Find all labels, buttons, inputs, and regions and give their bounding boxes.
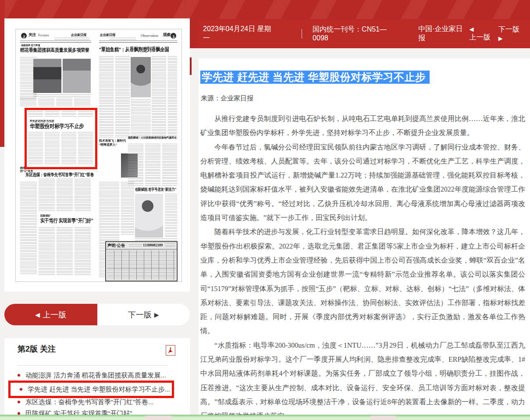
section-title: 第2版 关注	[18, 344, 56, 354]
section-name-en: Focuses	[38, 33, 49, 38]
thumb-headline-3: 实干笃行 实现首季“开门好”	[40, 217, 93, 224]
bullet-icon	[18, 401, 20, 403]
text-placeholder	[20, 182, 37, 274]
masthead: 企业家日报	[100, 33, 115, 37]
section-name: 观察	[163, 32, 171, 37]
photo-placeholder	[131, 57, 151, 97]
pdf-icon[interactable]	[166, 345, 175, 356]
left-red-strip	[0, 0, 4, 147]
text-placeholder	[135, 238, 177, 241]
highlighted-list-item-box: 学先进 赶先进 当先进 华塑股份对标学习不止步...	[8, 381, 174, 398]
article-title-row: 学先进 赶先进 当先进 华塑股份对标学习不止步	[200, 71, 430, 84]
thumb-headline-2: 技术员张飞：新时代“耕海追梦人”	[99, 139, 128, 146]
text-placeholder	[33, 94, 91, 96]
article-paragraph: 从推行党建专员制度到引进电石炉长制，从吨电石工艺电单耗到提高兰炭使用比例……近年…	[200, 112, 525, 140]
section-list-card: 第2版 关注 动能澎湃 活力奔涌 稻花香集团揽获高质量发展... 学先进 赶先进…	[4, 338, 190, 420]
ads-phone: 13308082189	[143, 243, 163, 248]
thumb-headline-3: 襄阳樊城：人社政策精准回应接地气惠民生	[128, 136, 177, 140]
article-card: 学先进 赶先进 当先进 华塑股份对标学习不止步 来源：企业家日报 从推行党建专员…	[199, 58, 530, 420]
text-placeholder	[28, 111, 93, 117]
prev-edition-button[interactable]: ◀ 上一版	[4, 304, 97, 325]
header-next-edition-button[interactable]: 下一版▶	[498, 24, 524, 43]
section-name: 关注	[28, 32, 36, 37]
left-triangle-icon: ◀	[35, 311, 40, 318]
newspaper-page-thumbnail[interactable]: 2 关注 Focuses 企业家日报 动能澎湃 活力奔涌 稻花香集团揽获高质量发…	[15, 29, 182, 282]
sidebar-panel: 2 关注 Focuses 企业家日报 动能澎湃 活力奔涌 稻花香集团揽获高质量发…	[4, 18, 190, 292]
text-placeholder	[39, 179, 91, 211]
strip-patch	[370, 416, 396, 420]
ads-title: 声明·公告	[107, 243, 125, 248]
ads-header: 声明·公告 13308082189	[106, 242, 177, 249]
list-item-label: 学先进 赶先进 当先进 华塑股份对标学习不止步...	[28, 385, 170, 394]
text-placeholder	[129, 244, 142, 247]
rule	[20, 40, 91, 41]
page-number-badge: 2	[21, 33, 27, 39]
text-placeholder	[165, 194, 177, 238]
article-list-item[interactable]: 动能澎湃 活力奔涌 稻花香集团揽获高质量发展...	[18, 371, 166, 380]
text-placeholder	[152, 56, 177, 138]
text-placeholder	[99, 56, 130, 138]
rule	[99, 40, 177, 41]
text-placeholder	[20, 98, 91, 107]
thumb-headline-1: “覃姐鱼糕”：从香飘荆楚到香飘全国	[99, 46, 169, 53]
list-item-label: 动能澎湃 活力奔涌 稻花香集团揽获高质量发展...	[25, 371, 166, 380]
text-placeholder	[28, 132, 93, 165]
article-paragraph: “水质指标：电导率200-300us/cm，浊度＜1NTU……”3月29日，机械…	[200, 338, 525, 420]
masthead: 企业家日报	[71, 33, 86, 37]
header-issue-number: 国内统一刊号：CN51—0098	[313, 25, 400, 42]
header-bar: 2023年04月24日 星期一 国内统一刊号：CN51—0098 中国·企业家日…	[197, 19, 530, 48]
text-placeholder	[128, 144, 177, 186]
article-source: 来源：企业家日报	[201, 94, 253, 103]
thumb-left-page: 2 关注 Focuses 企业家日报 动能澎湃 活力奔涌 稻花香集团揽获高质量发…	[20, 31, 91, 279]
highlight-headline: 华塑股份对标学习不止步	[30, 123, 84, 130]
thumb-left-page-header: 2 关注 Focuses 企业家日报	[20, 32, 91, 43]
divider	[18, 365, 168, 366]
photo-placeholder	[33, 59, 61, 93]
list-item-label: 东区选煤：奋楫争先书写首季“开门红”答卷...	[25, 398, 154, 406]
pdf-glyph	[167, 347, 174, 354]
page-number-badge: 3	[171, 33, 176, 39]
edition-pager: ◀ 上一版 下一版 ▶	[4, 304, 190, 325]
prev-edition-label: 上一版	[43, 310, 66, 320]
header-prev-label: 上一版	[469, 33, 490, 42]
text-placeholder	[54, 38, 89, 40]
text-placeholder	[165, 243, 175, 248]
thumb-right-page: 企业家日报 Observation 观察 3 “覃姐鱼糕”：从香飘荆楚到香飘全国…	[99, 31, 177, 279]
article-body: 从推行党建专员制度到引进电石炉长制，从吨电石工艺电单耗到提高兰炭使用比例……近年…	[200, 112, 525, 420]
classified-ads-box: 声明·公告 13308082189	[105, 241, 178, 281]
text-placeholder	[39, 227, 91, 276]
text-placeholder	[110, 38, 136, 40]
header-divider	[302, 29, 302, 39]
page: 2023年04月24日 星期一 国内统一刊号：CN51—0098 中国·企业家日…	[0, 0, 530, 420]
ads-grid	[107, 250, 176, 280]
thumb-headline-4: 创新赋能 老字号迸发“新活力”	[135, 187, 176, 192]
right-triangle-icon: ▶	[498, 35, 503, 42]
header-prev-edition-button[interactable]: ◀上一版	[468, 24, 494, 43]
next-edition-label: 下一版	[128, 310, 152, 320]
text-placeholder	[121, 182, 134, 235]
bullet-icon	[20, 388, 22, 391]
header-date: 2023年04月24日 星期一	[203, 25, 276, 43]
bullet-icon	[18, 374, 20, 377]
thumb-headline-1: 稻花香集团揽获高质量发展多项荣誉	[20, 47, 89, 53]
section-name-en: Observation	[141, 33, 158, 38]
thumb-right-page-header: 企业家日报 Observation 观察 3	[99, 32, 177, 43]
strip-patch	[145, 416, 172, 420]
article-list-item[interactable]: 东区选煤：奋楫争先书写首季“开门红”答卷...	[18, 398, 154, 406]
article-list-item-current[interactable]: 学先进 赶先进 当先进 华塑股份对标学习不止步...	[20, 385, 170, 394]
right-triangle-icon: ▶	[154, 311, 159, 318]
header-next-label: 下一版	[498, 25, 519, 34]
article-paragraph: 今年春节过后，氯碱分公司经理田宝民领队前往内蒙古地区学习调研，了解同行业成本管控…	[200, 140, 525, 225]
article-title-selected: 学先进 赶先进 当先进 华塑股份对标学习不止步	[200, 71, 430, 84]
article-paragraph: 随着科学技术的进步与发展，化工行业转型变革需求日趋明显。如何深化改革，降本增效？…	[200, 225, 525, 338]
photo-placeholder	[135, 194, 163, 238]
next-edition-button[interactable]: 下一版 ▶	[97, 304, 190, 325]
left-triangle-icon: ◀	[469, 26, 473, 32]
photo-placeholder	[63, 59, 91, 93]
thumb-headline-2: 东区选煤：奋楫争先书写首季“开门红”答卷	[25, 172, 94, 178]
text-placeholder	[131, 99, 151, 138]
bottom-green-strip	[0, 415, 530, 420]
header-brand: 中国·企业家日报	[418, 25, 468, 43]
highlighted-article-box[interactable]: 学先进 赶先进 当先进 华塑股份对标学习不止步	[25, 108, 97, 169]
